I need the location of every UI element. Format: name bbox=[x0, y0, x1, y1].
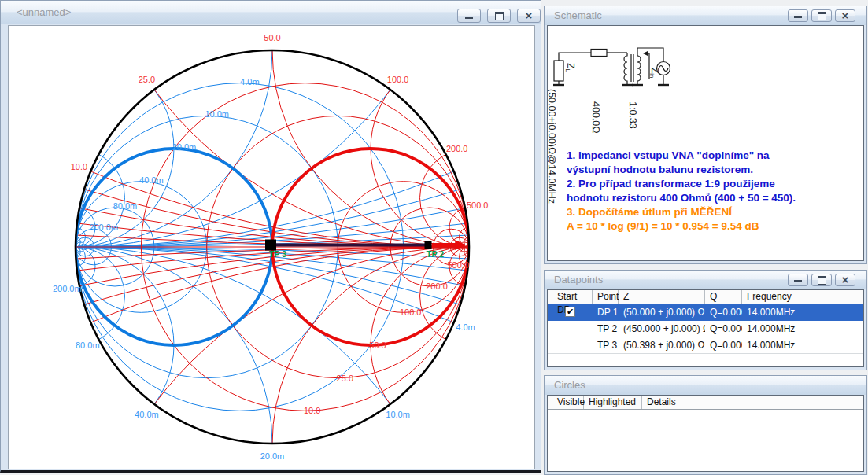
datapoints-body: Start DP Point Z Q Frequency ✔ DP 1 (50.… bbox=[547, 289, 864, 367]
circles-body: Visible Highlighted Details bbox=[547, 395, 864, 472]
schematic-close-button[interactable]: × bbox=[835, 9, 855, 22]
z-cell: (50.398 + j0.000) Ω bbox=[619, 337, 705, 353]
svg-text:200.0: 200.0 bbox=[446, 144, 468, 153]
start-dp-cell bbox=[548, 337, 593, 353]
svg-text:100.0: 100.0 bbox=[387, 75, 409, 84]
close-icon: × bbox=[842, 10, 849, 21]
svg-text:100.0: 100.0 bbox=[400, 307, 422, 317]
q-cell: Q=0.000 bbox=[705, 337, 742, 353]
point-cell: TP 2 bbox=[593, 321, 619, 337]
svg-text:20.0m: 20.0m bbox=[260, 451, 285, 461]
table-row[interactable]: ✔ DP 1 (50.000 + j0.000) Ω Q=0.000 14.00… bbox=[548, 304, 863, 321]
maximize-button[interactable] bbox=[487, 9, 511, 23]
column-header-highlighted: Highlighted bbox=[584, 396, 642, 409]
minimize-icon bbox=[465, 17, 473, 19]
svg-text:4.0m: 4.0m bbox=[456, 322, 475, 332]
frequency-cell: 14.000MHz bbox=[742, 321, 863, 337]
svg-text:40.0m: 40.0m bbox=[139, 175, 164, 185]
maximize-icon bbox=[495, 12, 504, 20]
svg-text:50.0: 50.0 bbox=[264, 33, 280, 42]
schematic-panel: Schematic × ZL(50.00+j0.00)Ω@14.0MHz400.… bbox=[544, 6, 867, 264]
svg-text:200.0m: 200.0m bbox=[53, 284, 82, 293]
datapoints-maximize-button[interactable] bbox=[811, 274, 832, 286]
start-dp-cell bbox=[548, 321, 593, 337]
circles-header-row: Visible Highlighted Details bbox=[548, 396, 863, 410]
schematic-notes: 1. Impedanci vstupu VNA "doplníme" na vý… bbox=[567, 149, 864, 234]
maximize-icon bbox=[818, 12, 826, 20]
chart-window: <unnamed> × TP 3TP 210.025.050.0100.0200… bbox=[0, 0, 541, 473]
svg-text:TP 2: TP 2 bbox=[427, 249, 444, 259]
close-icon: × bbox=[526, 10, 533, 21]
svg-text:500.0: 500.0 bbox=[467, 201, 489, 210]
svg-text:500.0: 500.0 bbox=[448, 260, 470, 270]
note-line: hodnotu rezistoru 400 Ohmů (400 + 50 = 4… bbox=[567, 191, 864, 205]
svg-text:25.0: 25.0 bbox=[337, 374, 353, 383]
svg-text:10.0: 10.0 bbox=[71, 162, 87, 171]
datapoints-panel: Datapoints × Start DP Point Z Q Frequenc… bbox=[544, 270, 867, 370]
datapoints-header-row: Start DP Point Z Q Frequency bbox=[548, 290, 863, 304]
schematic-title: Schematic bbox=[545, 9, 602, 21]
svg-text:80.0m: 80.0m bbox=[76, 341, 100, 350]
note-line: 2. Pro případ transformace 1:9 použijeme bbox=[567, 177, 864, 191]
smith-chart-canvas[interactable]: TP 3TP 210.025.050.0100.0200.0500.04.0m1… bbox=[8, 25, 535, 469]
datapoints-minimize-button[interactable] bbox=[788, 274, 808, 286]
column-header-start-dp: Start DP bbox=[548, 290, 593, 304]
minimize-icon bbox=[794, 16, 802, 18]
svg-text:40.0m: 40.0m bbox=[135, 410, 159, 419]
note-line: A = 10 * log (9/1) = 10 * 0.954 = 9.54 d… bbox=[567, 219, 864, 234]
close-button[interactable]: × bbox=[517, 9, 541, 23]
series-resistor-label: 400.0Ω bbox=[590, 101, 601, 134]
note-line: výstupní hodnotu balunu rezistorem. bbox=[567, 163, 864, 177]
q-cell: Q=0.000 bbox=[705, 304, 742, 320]
start-dp-checkbox[interactable]: ✔ bbox=[565, 307, 575, 317]
schematic-maximize-button[interactable] bbox=[811, 9, 832, 22]
svg-text:50.0: 50.0 bbox=[369, 341, 386, 350]
svg-text:TP 3: TP 3 bbox=[269, 249, 286, 259]
close-icon: × bbox=[842, 274, 849, 285]
schematic-body: ZL(50.00+j0.00)Ω@14.0MHz400.0Ω1:0.33Zin … bbox=[547, 25, 864, 261]
svg-text:80.0m: 80.0m bbox=[113, 201, 138, 211]
table-row[interactable]: TP 3 (50.398 + j0.000) Ω Q=0.000 14.000M… bbox=[548, 337, 863, 354]
column-header-frequency: Frequency bbox=[742, 290, 863, 304]
start-dp-cell: ✔ bbox=[548, 304, 593, 320]
note-line: 3. Dopočítáme útlum při MĚŘENÍ bbox=[567, 205, 864, 219]
svg-text:4.0m: 4.0m bbox=[240, 77, 259, 87]
chart-window-title: <unnamed> bbox=[1, 6, 71, 18]
circles-titlebar[interactable]: Circles bbox=[545, 376, 866, 395]
zin-label: Zin bbox=[648, 68, 660, 79]
svg-text:10.0m: 10.0m bbox=[386, 410, 410, 419]
minimize-icon bbox=[794, 280, 802, 282]
load-label: ZL bbox=[564, 63, 576, 72]
smith-chart[interactable]: TP 3TP 210.025.050.0100.0200.0500.04.0m1… bbox=[9, 26, 534, 469]
svg-text:200.0m: 200.0m bbox=[89, 223, 118, 232]
frequency-cell: 14.000MHz bbox=[742, 337, 863, 353]
z-cell: (450.000 + j0.000) Ω bbox=[619, 321, 705, 337]
point-cell: DP 1 bbox=[593, 304, 619, 320]
column-header-z: Z bbox=[619, 290, 705, 304]
datapoints-close-button[interactable]: × bbox=[835, 274, 855, 286]
datapoints-titlebar[interactable]: Datapoints × bbox=[545, 271, 866, 289]
maximize-icon bbox=[818, 276, 826, 285]
point-cell: TP 3 bbox=[593, 337, 619, 353]
column-header-q: Q bbox=[705, 290, 742, 304]
circles-title: Circles bbox=[545, 379, 585, 391]
circles-panel: Circles Visible Highlighted Details bbox=[544, 375, 867, 475]
datapoints-title: Datapoints bbox=[545, 274, 603, 285]
schematic-titlebar[interactable]: Schematic × bbox=[545, 6, 866, 25]
svg-text:200.0: 200.0 bbox=[426, 282, 448, 291]
table-row[interactable]: TP 2 (450.000 + j0.000) Ω Q=0.000 14.000… bbox=[548, 321, 863, 337]
z-cell: (50.000 + j0.000) Ω bbox=[619, 304, 705, 320]
note-line: 1. Impedanci vstupu VNA "doplníme" na bbox=[567, 149, 864, 163]
schematic-minimize-button[interactable] bbox=[788, 9, 808, 22]
minimize-button[interactable] bbox=[457, 9, 481, 23]
svg-text:20.0m: 20.0m bbox=[172, 142, 197, 152]
column-header-point: Point bbox=[593, 290, 619, 304]
transformer-ratio-label: 1:0.33 bbox=[627, 101, 638, 129]
column-header-visible: Visible bbox=[548, 396, 584, 409]
q-cell: Q=0.000 bbox=[705, 321, 742, 337]
svg-text:10.0m: 10.0m bbox=[205, 109, 229, 119]
svg-text:10.0: 10.0 bbox=[304, 406, 320, 415]
chart-window-titlebar[interactable]: <unnamed> × bbox=[1, 1, 541, 24]
check-icon: ✔ bbox=[567, 307, 574, 316]
column-header-details: Details bbox=[642, 396, 863, 409]
